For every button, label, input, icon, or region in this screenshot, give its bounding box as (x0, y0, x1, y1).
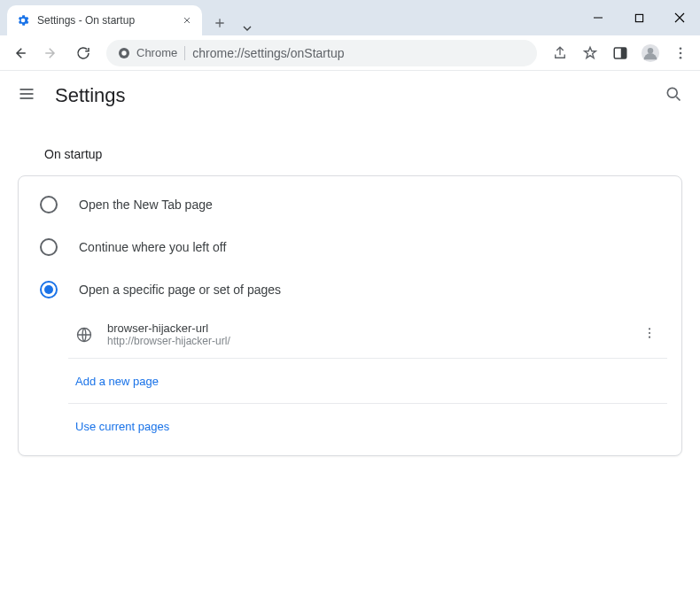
back-button[interactable] (5, 39, 34, 67)
chrome-icon (117, 46, 131, 60)
address-bar[interactable]: Chrome chrome://settings/onStartup (106, 40, 537, 66)
radio-icon (40, 196, 58, 213)
site-label: Chrome (136, 46, 177, 59)
svg-point-6 (648, 48, 653, 53)
page-url: http://browser-hijacker-url/ (107, 335, 625, 347)
new-tab-button[interactable] (207, 11, 232, 35)
radio-label: Open a specific page or set of pages (79, 283, 281, 297)
radio-new-tab[interactable]: Open the New Tab page (19, 183, 681, 226)
tab-search-button[interactable] (232, 21, 262, 35)
svg-rect-4 (621, 48, 626, 58)
add-page-row: Add a new page (68, 359, 667, 404)
page-title: Settings (55, 84, 645, 107)
site-chip[interactable]: Chrome (117, 46, 177, 60)
window-controls (578, 0, 700, 35)
startup-page-row: browser-hijacker-url http://browser-hija… (68, 311, 667, 359)
content-area: On startup Open the New Tab page Continu… (0, 147, 700, 474)
search-button[interactable] (665, 85, 682, 106)
startup-pages-list: browser-hijacker-url http://browser-hija… (68, 311, 667, 448)
svg-point-7 (680, 47, 682, 50)
radio-continue[interactable]: Continue where you left off (19, 226, 681, 268)
url-text: chrome://settings/onStartup (192, 46, 344, 60)
bookmark-button[interactable] (576, 39, 604, 67)
forward-button[interactable] (37, 39, 66, 67)
svg-point-10 (667, 88, 677, 97)
browser-toolbar: Chrome chrome://settings/onStartup (0, 35, 700, 71)
maximize-button[interactable] (618, 0, 659, 35)
startup-card: Open the New Tab page Continue where you… (18, 175, 682, 456)
omnibox-divider (184, 46, 185, 60)
window-titlebar: Settings - On startup (0, 0, 700, 35)
hamburger-menu-button[interactable] (18, 85, 35, 106)
settings-header: Settings (0, 71, 700, 120)
svg-point-12 (649, 328, 650, 329)
radio-icon (40, 281, 58, 298)
profile-button[interactable] (636, 39, 665, 67)
add-page-link[interactable]: Add a new page (75, 375, 159, 388)
browser-tab[interactable]: Settings - On startup (7, 5, 202, 35)
svg-point-9 (680, 56, 682, 58)
section-label: On startup (44, 147, 682, 161)
svg-point-14 (649, 336, 650, 337)
menu-button[interactable] (666, 39, 695, 67)
close-tab-button[interactable] (181, 14, 193, 27)
minimize-button[interactable] (578, 0, 618, 35)
page-actions-button[interactable] (639, 326, 660, 344)
radio-label: Open the New Tab page (79, 198, 213, 212)
globe-icon (75, 326, 93, 344)
svg-point-13 (649, 331, 650, 333)
radio-specific-pages[interactable]: Open a specific page or set of pages (19, 268, 681, 311)
reload-button[interactable] (69, 39, 97, 67)
svg-rect-0 (635, 14, 642, 21)
gear-icon (16, 13, 30, 27)
use-current-row: Use current pages (68, 404, 667, 448)
close-window-button[interactable] (659, 0, 700, 35)
tab-title: Settings - On startup (37, 14, 174, 27)
radio-label: Continue where you left off (79, 240, 226, 254)
svg-point-8 (680, 51, 682, 54)
share-button[interactable] (546, 39, 574, 67)
use-current-link[interactable]: Use current pages (75, 420, 169, 433)
page-name: browser-hijacker-url (107, 322, 625, 335)
side-panel-button[interactable] (606, 39, 634, 67)
radio-icon (40, 238, 58, 256)
svg-point-2 (121, 50, 126, 55)
